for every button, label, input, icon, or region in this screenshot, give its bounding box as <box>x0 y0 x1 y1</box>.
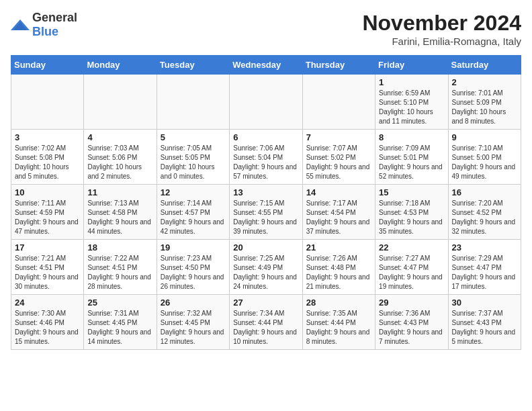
day-cell: 1Sunrise: 6:59 AM Sunset: 5:10 PM Daylig… <box>375 75 448 130</box>
day-cell: 16Sunrise: 7:20 AM Sunset: 4:52 PM Dayli… <box>448 185 521 240</box>
day-cell: 3Sunrise: 7:02 AM Sunset: 5:08 PM Daylig… <box>11 130 84 185</box>
day-info: Sunrise: 7:15 AM Sunset: 4:55 PM Dayligh… <box>233 199 298 236</box>
day-info: Sunrise: 7:36 AM Sunset: 4:43 PM Dayligh… <box>379 309 444 347</box>
day-cell: 13Sunrise: 7:15 AM Sunset: 4:55 PM Dayli… <box>230 185 302 240</box>
day-number: 6 <box>233 132 298 142</box>
weekday-header-row: SundayMondayTuesdayWednesdayThursdayFrid… <box>11 56 521 75</box>
day-number: 24 <box>15 298 80 308</box>
day-info: Sunrise: 7:13 AM Sunset: 4:58 PM Dayligh… <box>87 199 152 236</box>
day-number: 15 <box>379 187 444 197</box>
day-cell <box>302 75 375 130</box>
day-info: Sunrise: 7:22 AM Sunset: 4:51 PM Dayligh… <box>87 254 152 291</box>
day-number: 3 <box>15 132 80 142</box>
week-row-2: 3Sunrise: 7:02 AM Sunset: 5:08 PM Daylig… <box>11 130 521 185</box>
day-info: Sunrise: 7:35 AM Sunset: 4:44 PM Dayligh… <box>306 309 371 347</box>
day-number: 25 <box>87 298 152 308</box>
day-info: Sunrise: 7:10 AM Sunset: 5:00 PM Dayligh… <box>452 144 517 181</box>
day-number: 22 <box>379 242 444 253</box>
day-number: 28 <box>306 298 371 308</box>
logo-icon <box>11 18 30 32</box>
day-info: Sunrise: 7:31 AM Sunset: 4:45 PM Dayligh… <box>87 309 152 347</box>
title-area: November 2024 Farini, Emilia-Romagna, It… <box>362 11 521 47</box>
day-cell: 7Sunrise: 7:07 AM Sunset: 5:02 PM Daylig… <box>302 130 375 185</box>
day-number: 20 <box>233 242 298 253</box>
day-number: 17 <box>15 242 80 253</box>
weekday-header-saturday: Saturday <box>448 56 521 75</box>
day-number: 21 <box>306 242 371 253</box>
day-info: Sunrise: 7:27 AM Sunset: 4:47 PM Dayligh… <box>379 254 444 291</box>
day-cell: 10Sunrise: 7:11 AM Sunset: 4:59 PM Dayli… <box>11 185 84 240</box>
day-info: Sunrise: 7:37 AM Sunset: 4:43 PM Dayligh… <box>452 309 517 347</box>
day-cell: 23Sunrise: 7:29 AM Sunset: 4:47 PM Dayli… <box>448 240 521 295</box>
weekday-header-wednesday: Wednesday <box>230 56 302 75</box>
day-info: Sunrise: 7:09 AM Sunset: 5:01 PM Dayligh… <box>379 144 444 181</box>
day-info: Sunrise: 7:29 AM Sunset: 4:47 PM Dayligh… <box>452 254 517 291</box>
day-number: 18 <box>87 242 152 253</box>
day-cell: 11Sunrise: 7:13 AM Sunset: 4:58 PM Dayli… <box>84 185 157 240</box>
day-cell: 25Sunrise: 7:31 AM Sunset: 4:45 PM Dayli… <box>84 295 157 350</box>
weekday-header-tuesday: Tuesday <box>157 56 229 75</box>
day-number: 14 <box>306 187 371 197</box>
week-row-1: 1Sunrise: 6:59 AM Sunset: 5:10 PM Daylig… <box>11 75 521 130</box>
day-number: 10 <box>15 187 80 197</box>
day-number: 16 <box>452 187 517 197</box>
weekday-header-friday: Friday <box>375 56 448 75</box>
day-cell: 22Sunrise: 7:27 AM Sunset: 4:47 PM Dayli… <box>375 240 448 295</box>
day-cell: 20Sunrise: 7:25 AM Sunset: 4:49 PM Dayli… <box>230 240 302 295</box>
logo-blue: Blue <box>32 25 58 38</box>
week-row-5: 24Sunrise: 7:30 AM Sunset: 4:46 PM Dayli… <box>11 295 521 350</box>
logo-general: General <box>32 11 77 24</box>
day-cell: 14Sunrise: 7:17 AM Sunset: 4:54 PM Dayli… <box>302 185 375 240</box>
week-row-3: 10Sunrise: 7:11 AM Sunset: 4:59 PM Dayli… <box>11 185 521 240</box>
day-info: Sunrise: 7:21 AM Sunset: 4:51 PM Dayligh… <box>15 254 80 291</box>
day-info: Sunrise: 6:59 AM Sunset: 5:10 PM Dayligh… <box>379 89 444 126</box>
logo-text: General Blue <box>32 11 77 39</box>
day-cell: 5Sunrise: 7:05 AM Sunset: 5:05 PM Daylig… <box>157 130 229 185</box>
day-number: 2 <box>452 77 517 87</box>
day-cell: 4Sunrise: 7:03 AM Sunset: 5:06 PM Daylig… <box>84 130 157 185</box>
day-number: 19 <box>161 242 226 253</box>
day-info: Sunrise: 7:26 AM Sunset: 4:48 PM Dayligh… <box>306 254 371 291</box>
day-number: 29 <box>379 298 444 308</box>
day-info: Sunrise: 7:02 AM Sunset: 5:08 PM Dayligh… <box>15 144 80 181</box>
day-cell: 28Sunrise: 7:35 AM Sunset: 4:44 PM Dayli… <box>302 295 375 350</box>
day-number: 13 <box>233 187 298 197</box>
day-number: 5 <box>161 132 226 142</box>
day-cell: 15Sunrise: 7:18 AM Sunset: 4:53 PM Dayli… <box>375 185 448 240</box>
day-info: Sunrise: 7:06 AM Sunset: 5:04 PM Dayligh… <box>233 144 298 181</box>
day-info: Sunrise: 7:30 AM Sunset: 4:46 PM Dayligh… <box>15 309 80 347</box>
day-info: Sunrise: 7:20 AM Sunset: 4:52 PM Dayligh… <box>452 199 517 236</box>
day-info: Sunrise: 7:14 AM Sunset: 4:57 PM Dayligh… <box>161 199 226 236</box>
logo: General Blue <box>11 11 77 39</box>
day-number: 26 <box>161 298 226 308</box>
day-number: 4 <box>87 132 152 142</box>
day-info: Sunrise: 7:23 AM Sunset: 4:50 PM Dayligh… <box>161 254 226 291</box>
day-info: Sunrise: 7:03 AM Sunset: 5:06 PM Dayligh… <box>87 144 152 181</box>
day-number: 27 <box>233 298 298 308</box>
day-info: Sunrise: 7:25 AM Sunset: 4:49 PM Dayligh… <box>233 254 298 291</box>
day-cell <box>11 75 84 130</box>
day-number: 12 <box>161 187 226 197</box>
day-cell: 17Sunrise: 7:21 AM Sunset: 4:51 PM Dayli… <box>11 240 84 295</box>
day-number: 30 <box>452 298 517 308</box>
day-number: 7 <box>306 132 371 142</box>
month-title: November 2024 <box>362 11 521 36</box>
day-cell: 21Sunrise: 7:26 AM Sunset: 4:48 PM Dayli… <box>302 240 375 295</box>
day-info: Sunrise: 7:18 AM Sunset: 4:53 PM Dayligh… <box>379 199 444 236</box>
location-title: Farini, Emilia-Romagna, Italy <box>362 36 521 47</box>
day-info: Sunrise: 7:11 AM Sunset: 4:59 PM Dayligh… <box>15 199 80 236</box>
day-cell: 2Sunrise: 7:01 AM Sunset: 5:09 PM Daylig… <box>448 75 521 130</box>
day-number: 8 <box>379 132 444 142</box>
day-cell <box>230 75 302 130</box>
day-cell: 24Sunrise: 7:30 AM Sunset: 4:46 PM Dayli… <box>11 295 84 350</box>
day-cell: 8Sunrise: 7:09 AM Sunset: 5:01 PM Daylig… <box>375 130 448 185</box>
day-number: 1 <box>379 77 444 87</box>
day-cell: 26Sunrise: 7:32 AM Sunset: 4:45 PM Dayli… <box>157 295 229 350</box>
week-row-4: 17Sunrise: 7:21 AM Sunset: 4:51 PM Dayli… <box>11 240 521 295</box>
day-cell: 27Sunrise: 7:34 AM Sunset: 4:44 PM Dayli… <box>230 295 302 350</box>
day-info: Sunrise: 7:01 AM Sunset: 5:09 PM Dayligh… <box>452 89 517 126</box>
day-info: Sunrise: 7:34 AM Sunset: 4:44 PM Dayligh… <box>233 309 298 347</box>
day-cell <box>157 75 229 130</box>
day-cell: 29Sunrise: 7:36 AM Sunset: 4:43 PM Dayli… <box>375 295 448 350</box>
day-cell: 9Sunrise: 7:10 AM Sunset: 5:00 PM Daylig… <box>448 130 521 185</box>
